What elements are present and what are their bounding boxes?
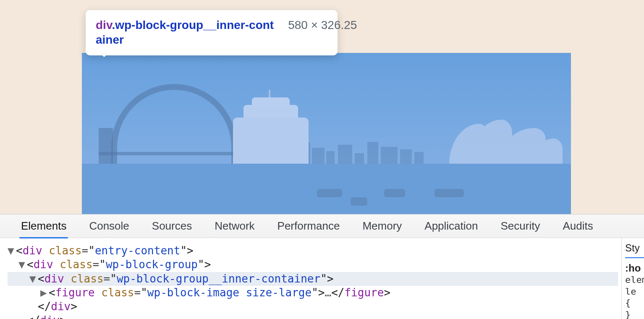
tab-network[interactable]: Network bbox=[215, 220, 254, 233]
devtools-tabs: ElementsConsoleSourcesNetworkPerformance… bbox=[0, 214, 644, 238]
styles-header: Sty bbox=[625, 242, 644, 258]
tab-sources[interactable]: Sources bbox=[152, 220, 192, 233]
styles-line-1: le { bbox=[625, 286, 644, 309]
dom-row[interactable]: ▼<div class="wp-block-group__inner-conta… bbox=[8, 272, 618, 286]
styles-pane: Sty :ho elem le { } bbox=[621, 238, 644, 319]
inspected-element-highlight bbox=[82, 53, 571, 214]
tab-memory[interactable]: Memory bbox=[362, 220, 402, 233]
tab-console[interactable]: Console bbox=[89, 220, 129, 233]
styles-line-0: elem bbox=[625, 274, 644, 286]
tooltip-class-2: ainer bbox=[96, 32, 327, 47]
dom-row[interactable]: ▼<div class="entry-content"> bbox=[8, 244, 618, 258]
tab-elements[interactable]: Elements bbox=[21, 220, 66, 233]
styles-hov[interactable]: :ho bbox=[625, 262, 644, 274]
tab-performance[interactable]: Performance bbox=[277, 220, 340, 233]
styles-line-2: } bbox=[625, 309, 644, 319]
tooltip-dimensions: 580 × 326.25 bbox=[288, 18, 357, 32]
tab-application[interactable]: Application bbox=[424, 220, 478, 233]
dom-row[interactable]: </div> bbox=[8, 300, 618, 314]
tooltip-tagname: div bbox=[96, 18, 112, 31]
tab-security[interactable]: Security bbox=[501, 220, 540, 233]
tab-audits[interactable]: Audits bbox=[563, 220, 593, 233]
tooltip-class-1: .wp-block-group__inner-cont bbox=[112, 18, 274, 31]
dom-row[interactable]: </div> bbox=[8, 314, 618, 319]
devtools-panel: ElementsConsoleSourcesNetworkPerformance… bbox=[0, 214, 644, 319]
dom-row[interactable]: ▶<figure class="wp-block-image size-larg… bbox=[8, 286, 618, 300]
dom-tree[interactable]: ▼<div class="entry-content">▼<div class=… bbox=[0, 238, 621, 319]
element-inspect-tooltip: div.wp-block-group__inner-cont 580 × 326… bbox=[86, 10, 338, 55]
dom-row[interactable]: ▼<div class="wp-block-group"> bbox=[8, 258, 618, 272]
